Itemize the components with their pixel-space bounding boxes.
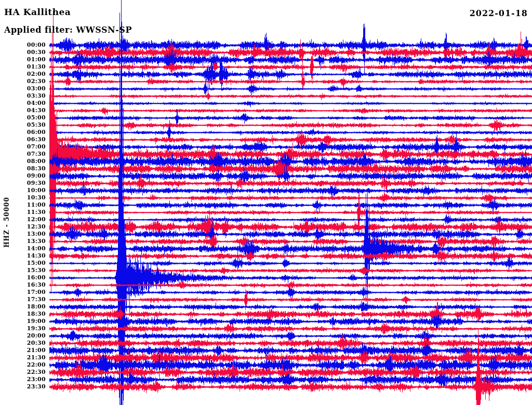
time-label: 14:00 [18,245,46,252]
time-label: 00:00 [18,42,46,49]
time-label: 09:30 [18,180,46,187]
time-label: 17:00 [18,289,46,296]
time-label: 02:30 [18,78,46,85]
time-label: 13:00 [18,231,46,238]
time-label: 14:30 [18,252,46,260]
time-label: 11:30 [18,209,46,216]
time-label: 07:30 [18,151,46,158]
time-label: 22:30 [18,369,46,376]
station-title: HA Kallithea [4,7,71,17]
time-label: 08:30 [18,165,46,172]
channel-scale-label: HHZ - 50000 [3,197,10,248]
time-label: 09:00 [18,172,46,180]
time-label: 16:00 [18,274,46,281]
time-label: 05:00 [18,114,46,122]
time-label: 04:00 [18,100,46,107]
seismogram-canvas [0,0,532,405]
time-label: 15:00 [18,260,46,267]
time-label: 06:30 [18,136,46,143]
time-label: 12:30 [18,223,46,231]
time-label: 10:30 [18,194,46,201]
time-label: 23:00 [18,376,46,383]
time-label: 01:00 [18,56,46,63]
time-label: 06:00 [18,129,46,136]
time-label: 17:30 [18,296,46,303]
time-label: 19:30 [18,325,46,332]
time-label: 07:00 [18,143,46,151]
time-label: 04:30 [18,107,46,114]
time-label: 18:30 [18,310,46,318]
date-label: 2022-01-18 [470,8,528,18]
time-label: 18:00 [18,303,46,310]
time-label: 22:00 [18,361,46,369]
filter-label: Applied filter: WWSSN-SP [4,25,132,35]
time-label: 21:00 [18,347,46,354]
time-label: 21:30 [18,354,46,361]
time-label: 19:00 [18,318,46,325]
time-label: 15:30 [18,267,46,274]
time-label: 20:30 [18,340,46,347]
time-label: 11:00 [18,201,46,209]
time-label: 03:30 [18,92,46,100]
time-label: 13:30 [18,238,46,245]
time-label: 23:30 [18,383,46,390]
time-label: 05:30 [18,122,46,129]
time-label: 03:00 [18,85,46,92]
time-label: 08:00 [18,158,46,165]
time-label: 20:00 [18,332,46,340]
time-label: 01:30 [18,63,46,71]
time-label: 02:00 [18,71,46,78]
helicorder-page: HA Kallithea Applied filter: WWSSN-SP 20… [0,0,532,405]
time-label: 00:30 [18,49,46,56]
time-label: 10:00 [18,187,46,194]
time-label: 16:30 [18,281,46,289]
time-label: 12:00 [18,216,46,223]
